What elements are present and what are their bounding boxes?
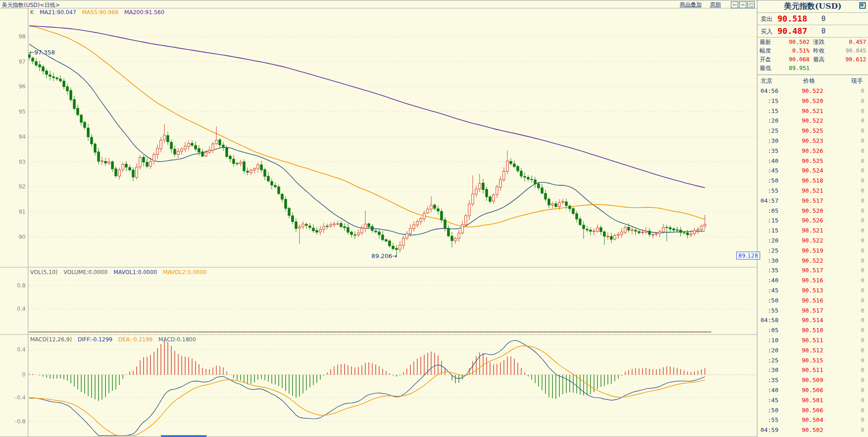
svg-text:97: 97: [19, 59, 26, 65]
quote-info-row: 开盘90.068最高90.612: [757, 56, 868, 65]
volume-indicator-labels: VOL(5,10) VOLUME:0.0000 MAVOL1:0.0000 MA…: [30, 269, 211, 275]
lots-column-header: 现手: [851, 77, 863, 85]
time-sales-row: :2090.5120: [757, 345, 868, 356]
time-sales-row: :1590.5200: [757, 96, 868, 106]
right-price-label: 89.128: [736, 252, 760, 259]
time-sales-row: 04:5690.5220: [757, 86, 868, 96]
panel-title: 美元指数(USD): [757, 0, 868, 12]
quote-info-row: 最低89.951: [757, 65, 868, 73]
time-sales-row: :1590.5210: [757, 106, 868, 116]
time-sales-row: :1590.5260: [757, 216, 868, 226]
next-arrow-icon[interactable]: ⇨: [739, 1, 746, 8]
time-sales-row: :0590.5100: [757, 325, 868, 335]
sell-lots: 0: [821, 15, 825, 23]
chart-header: 美元指数(USD)<日线>: [0, 0, 757, 8]
price-column-header: 价格: [803, 77, 815, 85]
ma55-label: MA55:90.966: [82, 9, 118, 16]
time-sales-row: :5590.5040: [757, 415, 868, 425]
split-window-icon[interactable]: ◫: [747, 1, 755, 8]
svg-text:91: 91: [19, 209, 26, 215]
time-sales-row: :4590.5010: [757, 395, 868, 405]
svg-text:94: 94: [19, 134, 26, 140]
time-sales-row: :1590.5210: [757, 226, 868, 236]
toolbar-icon-group: ⇦ ⇨ ◫: [731, 1, 755, 8]
time-sales-row: :2090.5220: [757, 236, 868, 246]
sell-price: 90.518: [777, 14, 807, 23]
chart-title: 美元指数(USD)<日线>: [2, 1, 60, 9]
time-sales-row: :3590.5090: [757, 375, 868, 385]
svg-text:93: 93: [19, 159, 26, 165]
quote-info-row: 幅度0.51%昨收90.045: [757, 47, 868, 56]
time-sales-row: :4590.5130: [757, 286, 868, 296]
macd-indicator-labels: MACD(12,26,9) DIFF:-0.1299 DEA:-0.2199 M…: [30, 336, 200, 343]
buy-label: 买入: [761, 27, 772, 36]
time-sales-header: 北京 价格 现手: [757, 75, 868, 86]
quote-info-block: 最新90.502涨跌0.457幅度0.51%昨收90.045开盘90.068最高…: [757, 38, 868, 75]
macd-params-label: MACD(12,26,9): [30, 336, 72, 343]
mavol1-label: MAVOL1:0.0000: [113, 269, 157, 275]
svg-text:-0.4: -0.4: [15, 394, 26, 401]
svg-text:-0.8: -0.8: [15, 418, 26, 425]
time-sales-row: :3090.5230: [757, 136, 868, 146]
sell-label: 卖出: [761, 15, 772, 23]
maximize-icon[interactable]: [859, 2, 866, 9]
buy-price: 90.487: [777, 26, 807, 36]
time-sales-row: :0590.5200: [757, 206, 868, 216]
svg-text:92: 92: [19, 183, 26, 190]
time-sales-row: :4090.5250: [757, 156, 868, 166]
time-sales-row: :3090.5220: [757, 256, 868, 266]
svg-text:96: 96: [19, 83, 26, 90]
mavol2-label: MAVOL2:0.0000: [163, 269, 207, 275]
sell-quote-row[interactable]: 卖出 90.518 0: [757, 13, 868, 25]
main-indicator-labels: K MA21:90.047 MA55:90.966 MA200:91.560: [30, 9, 169, 16]
horizontal-scrollbar-thumb[interactable]: [161, 435, 207, 437]
time-sales-row: 04:5890.5140: [757, 315, 868, 325]
svg-text:0.4: 0.4: [17, 346, 26, 353]
trading-terminal: { "window": { "chart_title": "美元指数(USD)<…: [0, 0, 868, 437]
chart-toolbar: 商品叠加 周期 ⇦ ⇨ ◫: [680, 1, 755, 8]
time-sales-row: :3590.5170: [757, 265, 868, 275]
vol-label: VOL(5,10): [30, 269, 58, 275]
dea-label: DEA:-0.2199: [118, 336, 153, 343]
time-sales-row: :5590.5210: [757, 186, 868, 196]
time-sales-row: :4090.5060: [757, 385, 868, 395]
high-price-annotation: ←97.358: [29, 49, 55, 56]
quote-panel: 美元指数(USD) 卖出 90.518 0 买入 90.487 0 最新90.5…: [757, 0, 868, 437]
k-label: K: [30, 9, 34, 16]
time-sales-row: :2590.5150: [757, 356, 868, 366]
prev-arrow-icon[interactable]: ⇦: [731, 1, 738, 8]
time-column-header: 北京: [761, 77, 772, 85]
period-link[interactable]: 周期: [710, 1, 721, 9]
time-sales-row: :2590.5250: [757, 126, 868, 136]
panel-title-row: 美元指数(USD): [757, 0, 868, 13]
time-sales-row: :3590.5260: [757, 146, 868, 156]
time-sales-row: 04:5990.5020: [757, 425, 868, 435]
time-sales-row: :2090.5220: [757, 116, 868, 126]
low-price-annotation: 89.206→: [353, 253, 397, 259]
svg-text:0.8: 0.8: [17, 282, 26, 289]
time-sales-row: 04:5790.5170: [757, 196, 868, 206]
time-sales-row: :5090.5180: [757, 176, 868, 186]
time-sales-row: :4090.5160: [757, 275, 868, 286]
buy-quote-row[interactable]: 买入 90.487 0: [757, 25, 868, 38]
time-sales-row: :5090.5060: [757, 405, 868, 415]
svg-text:90: 90: [19, 234, 26, 240]
buy-lots: 0: [821, 27, 825, 35]
macd-value-label: MACD:0.1800: [159, 336, 196, 343]
ma21-label: MA21:90.047: [40, 9, 76, 16]
time-sales-row: :3090.5110: [757, 365, 868, 375]
overlay-link[interactable]: 商品叠加: [680, 1, 702, 9]
time-sales-row: :4590.5240: [757, 166, 868, 176]
time-sales-row: :5590.5170: [757, 306, 868, 316]
ma200-label: MA200:91.560: [124, 9, 165, 16]
svg-text:0: 0: [22, 372, 26, 378]
volume-value-label: VOLUME:0.0000: [64, 269, 107, 275]
time-sales-row: :1090.5110: [757, 335, 868, 345]
time-sales-row: :2590.5190: [757, 246, 868, 256]
svg-text:98: 98: [19, 33, 26, 40]
time-sales-row: :5090.5160: [757, 296, 868, 306]
quote-info-row: 最新90.502涨跌0.457: [757, 38, 868, 47]
svg-text:95: 95: [19, 108, 26, 115]
time-sales-list: 04:5690.5220:1590.5200:1590.5210:2090.52…: [757, 86, 868, 435]
price-chart-svg[interactable]: 9897969594939291900.80.40.40-0.4-0.8: [0, 0, 757, 437]
